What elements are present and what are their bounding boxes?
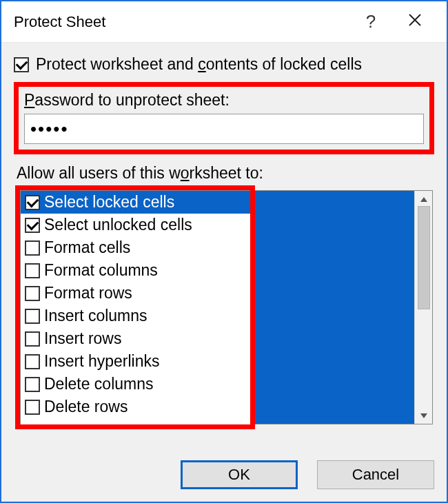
permission-item[interactable]: Insert rows: [21, 327, 250, 350]
permission-item[interactable]: Delete columns: [21, 373, 250, 396]
scroll-down-icon[interactable]: [420, 410, 428, 421]
help-icon: ?: [366, 11, 376, 32]
permission-item[interactable]: Format rows: [21, 282, 250, 305]
permission-checkbox[interactable]: [25, 218, 40, 233]
protect-contents-row[interactable]: Protect worksheet and contents of locked…: [14, 55, 434, 74]
permission-label: Format rows: [44, 284, 132, 302]
permission-item[interactable]: Format cells: [21, 236, 250, 259]
permission-label: Insert hyperlinks: [44, 352, 159, 371]
close-icon: [407, 11, 422, 32]
protect-contents-label: Protect worksheet and contents of locked…: [36, 55, 362, 74]
permission-checkbox[interactable]: [25, 331, 40, 347]
close-button[interactable]: [393, 4, 437, 40]
cancel-button[interactable]: Cancel: [317, 460, 434, 489]
permission-checkbox[interactable]: [25, 240, 40, 256]
permission-checkbox[interactable]: [25, 309, 40, 324]
password-section-highlight: Password to unprotect sheet:: [14, 82, 434, 154]
permission-label: Insert columns: [44, 307, 147, 325]
ok-button[interactable]: OK: [181, 460, 298, 489]
dialog-buttons: OK Cancel: [1, 451, 447, 502]
permission-item[interactable]: Insert columns: [21, 305, 250, 327]
permission-label: Select unlocked cells: [44, 216, 192, 234]
permission-checkbox[interactable]: [25, 400, 40, 415]
scroll-up-icon[interactable]: [420, 194, 428, 205]
permission-checkbox[interactable]: [25, 377, 40, 392]
permission-item[interactable]: Delete rows: [21, 396, 250, 418]
permission-label: Format columns: [44, 261, 158, 280]
allow-users-label: Allow all users of this worksheet to:: [17, 164, 434, 183]
permission-label: Insert rows: [44, 329, 121, 348]
permissions-list[interactable]: Select locked cellsSelect unlocked cells…: [20, 190, 250, 424]
permission-label: Format cells: [44, 238, 130, 257]
permission-label: Select locked cells: [44, 193, 174, 212]
permission-label: Delete rows: [44, 398, 128, 416]
permissions-highlight: Select locked cellsSelect unlocked cells…: [15, 185, 255, 429]
permission-checkbox[interactable]: [25, 286, 40, 301]
password-input[interactable]: [24, 114, 424, 144]
scroll-thumb[interactable]: [418, 206, 430, 309]
protect-contents-checkbox[interactable]: [14, 57, 29, 72]
permissions-scrollbar[interactable]: [414, 191, 432, 424]
protect-sheet-dialog: Protect Sheet ? Protect worksheet and co…: [0, 0, 448, 503]
selection-highlight-extension: [255, 191, 414, 424]
permission-checkbox[interactable]: [25, 195, 40, 210]
permission-checkbox[interactable]: [25, 263, 40, 278]
permissions-list-remainder: [255, 190, 433, 424]
permissions-list-container: Select locked cellsSelect unlocked cells…: [15, 185, 433, 429]
permission-item[interactable]: Select unlocked cells: [21, 214, 250, 236]
permission-item[interactable]: Format columns: [21, 259, 250, 282]
permission-item[interactable]: Insert hyperlinks: [21, 350, 250, 373]
password-label: Password to unprotect sheet:: [24, 91, 424, 110]
permission-label: Delete columns: [44, 375, 154, 393]
dialog-title: Protect Sheet: [14, 13, 105, 31]
permission-item[interactable]: Select locked cells: [21, 191, 250, 214]
permission-checkbox[interactable]: [25, 354, 40, 369]
titlebar: Protect Sheet ?: [1, 1, 447, 43]
help-button[interactable]: ?: [349, 4, 393, 40]
